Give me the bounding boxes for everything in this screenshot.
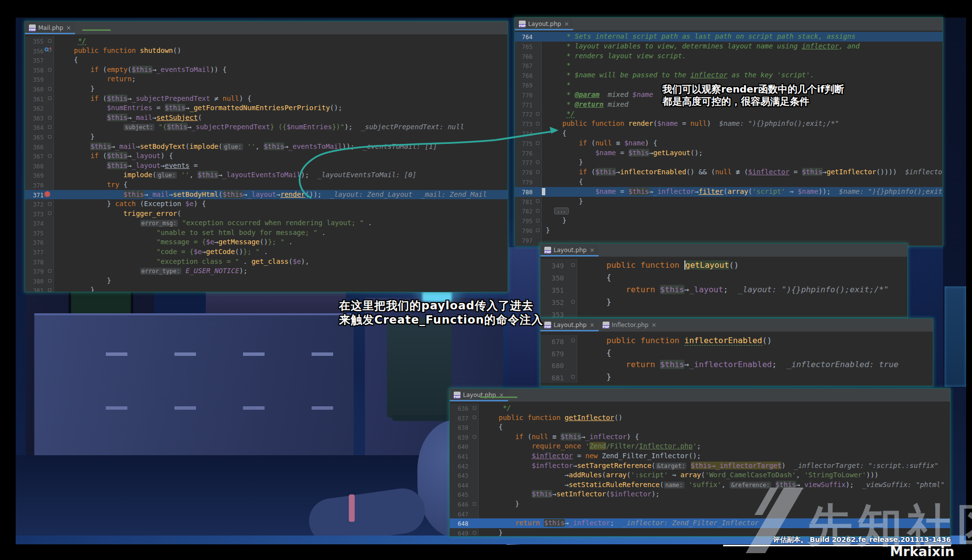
line-number[interactable]: 769 [515, 80, 533, 90]
gutter-fold-column[interactable] [468, 499, 478, 509]
fold-icon[interactable] [48, 116, 51, 119]
gutter-fold-column[interactable] [468, 403, 478, 413]
fold-icon[interactable] [571, 339, 575, 342]
fold-icon[interactable] [48, 87, 51, 91]
gutter-fold-column[interactable] [44, 94, 53, 104]
gutter-fold-column[interactable] [44, 285, 53, 292]
line-number[interactable]: 639 [450, 432, 468, 442]
line-number[interactable]: 352 [540, 296, 564, 308]
gutter-fold-column[interactable] [468, 509, 478, 519]
line-number[interactable]: 648 [450, 518, 468, 528]
line-number[interactable]: 353 [540, 308, 564, 318]
line-number[interactable]: 765 [515, 42, 533, 51]
line-number[interactable]: 680 [540, 359, 564, 371]
gutter-fold-column[interactable] [468, 432, 478, 442]
gutter-fold-column[interactable] [564, 359, 577, 371]
gutter-fold-column[interactable] [533, 32, 541, 42]
gutter-fold-column[interactable] [44, 65, 53, 75]
gutter-fold-column[interactable] [44, 247, 53, 257]
line-number[interactable]: 797 [515, 235, 533, 245]
fold-icon[interactable] [48, 288, 51, 292]
gutter-fold-column[interactable] [533, 206, 541, 216]
line-number[interactable]: 643 [450, 470, 468, 480]
fold-icon[interactable] [473, 502, 476, 506]
fold-icon[interactable] [536, 209, 539, 212]
gutter-fold-column[interactable] [44, 170, 53, 180]
gutter-fold-column[interactable] [468, 422, 478, 432]
line-number[interactable]: 641 [450, 451, 468, 461]
tab-close-icon[interactable]: × [589, 322, 594, 328]
fold-icon[interactable] [536, 141, 539, 145]
gutter-fold-column[interactable] [468, 518, 478, 528]
line-number[interactable]: 636 [450, 403, 468, 413]
gutter-fold-column[interactable] [533, 158, 541, 167]
gutter-fold-column[interactable] [468, 451, 478, 461]
line-number[interactable]: 363 [25, 113, 44, 123]
gutter-fold-column[interactable] [468, 470, 478, 480]
gutter-fold-column[interactable] [533, 119, 541, 129]
gutter-fold-column[interactable] [44, 257, 53, 267]
line-number[interactable]: 678 [540, 335, 564, 347]
line-number[interactable]: 374 [25, 218, 44, 228]
gutter-fold-column[interactable] [44, 161, 53, 171]
gutter-fold-column[interactable] [533, 51, 541, 61]
gutter-fold-column[interactable] [44, 46, 53, 56]
gutter-fold-column[interactable] [468, 480, 478, 490]
fold-icon[interactable] [536, 170, 539, 174]
tab-layout-php[interactable]: Layout.php× [540, 244, 599, 257]
line-number[interactable]: 378 [25, 257, 44, 267]
tab-layout-php[interactable]: Layout.php× [515, 18, 573, 30]
fold-icon[interactable] [48, 135, 51, 139]
line-number[interactable]: 376 [25, 237, 44, 247]
fold-icon[interactable] [48, 125, 51, 129]
line-number[interactable]: 350 [540, 271, 564, 283]
gutter-fold-column[interactable] [44, 209, 53, 219]
gutter-fold-column[interactable] [44, 199, 53, 209]
tab-close-icon[interactable]: × [66, 24, 71, 31]
line-number[interactable]: 771 [515, 100, 533, 110]
line-number[interactable]: 782 [515, 206, 533, 216]
fold-icon[interactable] [48, 202, 51, 206]
line-number[interactable]: 679 [540, 347, 564, 359]
line-number[interactable]: 365 [25, 132, 44, 142]
gutter-fold-column[interactable] [44, 113, 53, 123]
line-number[interactable]: 681 [540, 371, 564, 383]
line-number[interactable]: 368 [25, 161, 44, 171]
line-number[interactable]: 379 [25, 266, 44, 276]
line-number[interactable]: 795 [515, 216, 533, 226]
gutter-fold-column[interactable] [564, 259, 577, 271]
line-number[interactable]: 767 [515, 61, 533, 70]
gutter-fold-column[interactable] [533, 226, 541, 235]
line-number[interactable]: 369 [25, 170, 44, 180]
line-number[interactable]: 381 [25, 285, 44, 292]
fold-icon[interactable] [48, 154, 51, 158]
gutter-fold-column[interactable] [468, 490, 478, 499]
line-number[interactable]: 774 [515, 129, 533, 139]
fold-icon[interactable] [48, 269, 51, 273]
line-number[interactable]: 645 [450, 490, 468, 499]
gutter-fold-column[interactable] [44, 122, 53, 132]
gutter-fold-column[interactable] [44, 276, 53, 286]
line-number[interactable]: 367 [25, 151, 44, 161]
gutter-fold-column[interactable] [44, 142, 53, 152]
fold-icon[interactable] [48, 68, 51, 71]
gutter-fold-column[interactable] [44, 237, 53, 247]
line-number[interactable]: 773 [515, 119, 533, 129]
tab-layout-php[interactable]: Layout.php× [450, 389, 508, 401]
tab-mail-php[interactable]: Mail.php× [25, 22, 75, 34]
line-number[interactable]: 646 [450, 499, 468, 509]
line-number[interactable]: 649 [450, 528, 468, 537]
fold-icon[interactable] [473, 435, 476, 439]
gutter-fold-column[interactable] [533, 90, 541, 100]
line-number[interactable]: 372 [25, 199, 44, 209]
line-number[interactable]: 775 [515, 139, 533, 148]
gutter-fold-column[interactable] [44, 180, 53, 190]
gutter-fold-column[interactable] [533, 197, 541, 207]
fold-icon[interactable] [473, 416, 476, 419]
gutter-fold-column[interactable] [44, 218, 53, 228]
fold-icon[interactable] [48, 96, 51, 100]
gutter-fold-column[interactable] [564, 371, 577, 383]
gutter-fold-column[interactable] [533, 177, 541, 187]
gutter-fold-column[interactable] [533, 100, 541, 110]
fold-icon[interactable] [536, 112, 539, 116]
